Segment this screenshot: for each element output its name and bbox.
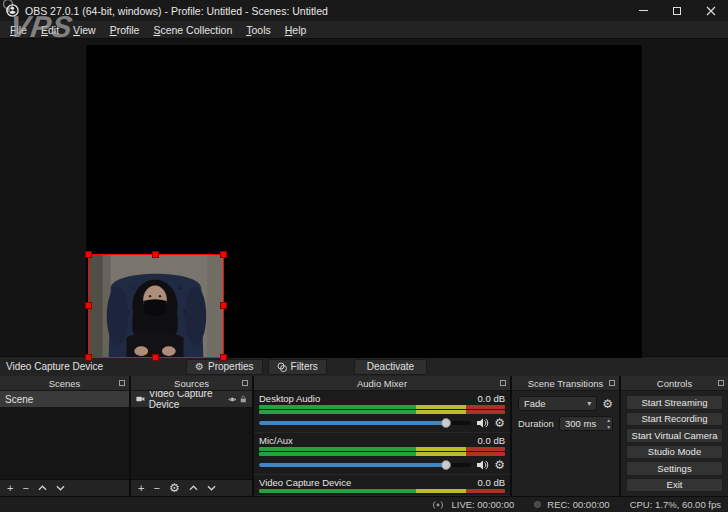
- visibility-eye-icon[interactable]: [228, 395, 237, 404]
- volume-slider-handle[interactable]: [441, 460, 451, 470]
- obs-logo-icon: [6, 4, 19, 17]
- volume-slider[interactable]: [259, 463, 471, 467]
- broadcast-icon: [431, 500, 445, 510]
- dock-float-icon[interactable]: [718, 380, 724, 386]
- close-button[interactable]: [694, 0, 728, 21]
- chevron-up-icon: [38, 484, 47, 492]
- audio-mixer-dock-header[interactable]: Audio Mixer: [254, 376, 510, 391]
- speaker-icon[interactable]: [476, 459, 489, 471]
- dock-float-icon[interactable]: [609, 380, 615, 386]
- source-properties-button[interactable]: ⚙: [169, 482, 180, 494]
- filters-button[interactable]: Filters: [268, 359, 327, 375]
- source-move-down-button[interactable]: [207, 484, 216, 492]
- source-context-toolbar: Video Capture Device ⚙ Properties Filter…: [0, 356, 728, 376]
- close-icon: [706, 6, 716, 16]
- scene-list-item[interactable]: Scene: [0, 391, 129, 407]
- chevron-down-icon: ▾: [587, 399, 591, 408]
- sources-dock-title: Sources: [174, 378, 209, 389]
- channel-name: Video Capture Device: [259, 477, 351, 488]
- source-move-up-button[interactable]: [189, 484, 198, 492]
- selection-handle[interactable]: [152, 354, 159, 361]
- scene-move-down-button[interactable]: [56, 484, 65, 492]
- minimize-icon: [639, 10, 648, 11]
- selection-handle[interactable]: [152, 251, 159, 258]
- channel-settings-gear-icon[interactable]: ⚙: [494, 459, 505, 471]
- maximize-button[interactable]: [660, 0, 694, 21]
- dock-float-icon[interactable]: [119, 380, 125, 386]
- sources-dock-header[interactable]: Sources: [131, 376, 252, 391]
- minimize-button[interactable]: [626, 0, 660, 21]
- controls-dock: Controls Start Streaming Start Recording…: [621, 376, 728, 496]
- scene-transitions-body: Fade ▾ ⚙ Duration 300 ms ▴▾: [512, 391, 619, 496]
- menu-help[interactable]: Help: [278, 22, 314, 38]
- channel-settings-gear-icon[interactable]: ⚙: [494, 417, 505, 429]
- volume-meter: [259, 447, 505, 451]
- duration-spinbox[interactable]: 300 ms ▴▾: [559, 416, 613, 431]
- settings-button[interactable]: Settings: [626, 461, 723, 476]
- start-virtual-camera-button[interactable]: Start Virtual Camera: [626, 428, 723, 443]
- source-list-item[interactable]: Video Capture Device: [131, 391, 252, 407]
- chevron-down-icon: [56, 484, 65, 492]
- selection-handle[interactable]: [220, 251, 227, 258]
- audio-mixer-dock: Audio Mixer Desktop Audio 0.0 dB: [254, 376, 510, 496]
- transition-properties-gear-icon[interactable]: ⚙: [602, 398, 613, 410]
- menu-profile[interactable]: Profile: [103, 22, 147, 38]
- audio-mixer-body: Desktop Audio 0.0 dB: [254, 391, 510, 496]
- scene-move-up-button[interactable]: [38, 484, 47, 492]
- duration-value: 300 ms: [565, 418, 607, 429]
- selection-handle[interactable]: [85, 251, 92, 258]
- menu-edit[interactable]: Edit: [34, 22, 66, 38]
- properties-label: Properties: [208, 361, 254, 372]
- start-streaming-button[interactable]: Start Streaming: [626, 395, 723, 410]
- scenes-dock-header[interactable]: Scenes: [0, 376, 129, 391]
- dock-row: Scenes Scene + − Source: [0, 376, 728, 496]
- dock-float-icon[interactable]: [500, 380, 506, 386]
- lock-icon[interactable]: [240, 394, 247, 404]
- selection-handle[interactable]: [85, 354, 92, 361]
- spinbox-arrows[interactable]: ▴▾: [607, 417, 610, 429]
- controls-dock-title: Controls: [657, 378, 692, 389]
- deactivate-button[interactable]: Deactivate: [354, 359, 427, 375]
- start-recording-button[interactable]: Start Recording: [626, 412, 723, 427]
- program-canvas[interactable]: [86, 45, 642, 358]
- dock-float-icon[interactable]: [242, 380, 248, 386]
- transition-select[interactable]: Fade ▾: [518, 396, 597, 411]
- scenes-list: Scene: [0, 391, 129, 479]
- add-source-button[interactable]: +: [138, 483, 144, 494]
- add-scene-button[interactable]: +: [7, 483, 13, 494]
- selection-handle[interactable]: [220, 302, 227, 309]
- volume-slider-handle[interactable]: [441, 418, 451, 428]
- maximize-icon: [673, 7, 681, 15]
- selected-source-bounding-box[interactable]: [88, 254, 224, 358]
- sources-dock: Sources Video Capture Device: [131, 376, 252, 496]
- chevron-up-icon: [189, 484, 198, 492]
- preview-area: [0, 39, 728, 356]
- scene-transitions-dock-header[interactable]: Scene Transitions: [512, 376, 619, 391]
- speaker-icon[interactable]: [476, 417, 489, 429]
- chevron-down-icon: [207, 484, 216, 492]
- channel-volume-db: 0.0 dB: [478, 393, 505, 404]
- scene-transitions-dock: Scene Transitions Fade ▾ ⚙ Duration 300 …: [512, 376, 619, 496]
- spin-down-icon[interactable]: ▾: [607, 424, 610, 430]
- volume-slider[interactable]: [259, 421, 471, 425]
- volume-meter: [259, 489, 505, 493]
- menu-view[interactable]: View: [66, 22, 103, 38]
- filters-icon: [277, 362, 287, 372]
- remove-source-button[interactable]: −: [153, 483, 159, 494]
- menu-tools[interactable]: Tools: [239, 22, 278, 38]
- exit-button[interactable]: Exit: [626, 478, 723, 493]
- live-time: LIVE: 00:00:00: [451, 499, 514, 510]
- controls-dock-header[interactable]: Controls: [621, 376, 728, 391]
- remove-scene-button[interactable]: −: [22, 483, 28, 494]
- source-name: Video Capture Device: [149, 388, 220, 410]
- volume-meter: [259, 405, 505, 409]
- selected-source-name: Video Capture Device: [0, 361, 186, 372]
- rec-indicator-icon: [534, 501, 541, 508]
- selection-handle[interactable]: [220, 354, 227, 361]
- scene-transitions-dock-title: Scene Transitions: [528, 378, 604, 389]
- menu-scene-collection[interactable]: Scene Collection: [146, 22, 239, 38]
- studio-mode-button[interactable]: Studio Mode: [626, 445, 723, 460]
- menu-bar: File Edit View Profile Scene Collection …: [0, 21, 728, 39]
- selection-handle[interactable]: [85, 302, 92, 309]
- menu-file[interactable]: File: [3, 22, 34, 38]
